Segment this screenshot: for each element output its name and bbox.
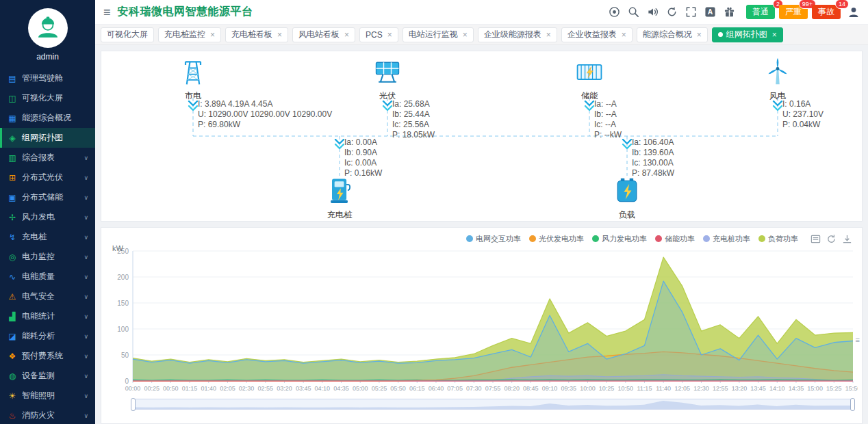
close-icon[interactable]: × [344, 31, 349, 39]
legend-item-6[interactable]: 负荷功率 [758, 234, 798, 244]
sidebar-item-3[interactable]: ▦能源综合概况 [0, 108, 95, 128]
legend-item-3[interactable]: 风力发电功率 [592, 234, 647, 244]
sidebar-item-7[interactable]: ▣分布式储能∨ [0, 187, 95, 207]
chart-panel: 电网交互功率光伏发电功率风力发电功率储能功率充电桩功率负荷功率 kW 05010… [101, 227, 863, 424]
close-icon[interactable]: × [277, 31, 282, 39]
tab-7[interactable]: 企业级能源报表× [478, 27, 557, 42]
legend-dot [655, 235, 662, 242]
node-charger[interactable]: 充电桩 [307, 176, 372, 221]
user-icon[interactable] [847, 6, 860, 18]
restore-icon[interactable] [826, 234, 837, 244]
sidebar-item-6[interactable]: ⊞分布式光伏∨ [0, 168, 95, 187]
node-data-charger: Ia: 0.00AIb: 0.90AIc: 0.00AP: 0.16kW [344, 137, 382, 178]
close-icon[interactable]: × [463, 31, 468, 39]
sidebar-item-18[interactable]: ♨消防火灾∨ [0, 406, 95, 424]
sidebar-item-9[interactable]: ↯充电桩∨ [0, 227, 95, 247]
sidebar-item-15[interactable]: ❖预付费系统∨ [0, 346, 95, 366]
legend-item-4[interactable]: 储能功率 [655, 234, 695, 244]
legend-dot [592, 235, 599, 242]
close-icon[interactable]: × [697, 31, 702, 39]
tab-label: 能源综合概况 [643, 29, 692, 40]
tab-10[interactable]: 组网拓扑图× [712, 27, 783, 42]
svg-text:06:40: 06:40 [429, 385, 444, 392]
sidebar-item-1[interactable]: ▤管理驾驶舱 [0, 68, 95, 88]
legend-label: 负荷功率 [768, 234, 798, 244]
legend-label: 风力发电功率 [602, 234, 647, 244]
search-icon[interactable] [627, 6, 639, 18]
svg-text:01:15: 01:15 [182, 385, 198, 392]
fullscreen-icon[interactable] [685, 6, 697, 18]
close-icon[interactable]: × [210, 31, 215, 39]
close-icon[interactable]: × [622, 31, 626, 39]
datazoom-slider[interactable] [133, 399, 853, 410]
collapse-menu-icon[interactable]: ≡ [103, 6, 111, 18]
sidebar-item-16[interactable]: ◍设备监测∨ [0, 366, 95, 386]
sidebar-item-11[interactable]: ∿电能质量∨ [0, 267, 95, 287]
tab-4[interactable]: 风电站看板× [292, 27, 355, 42]
sidebar-item-10[interactable]: ◎电力监控∨ [0, 247, 95, 267]
svg-text:09:10: 09:10 [542, 385, 558, 392]
menu-item-label: 智能照明 [22, 390, 55, 401]
menu-item-icon: ◎ [7, 252, 18, 262]
font-size-icon[interactable]: A [704, 6, 716, 18]
legend-item-2[interactable]: 光伏发电功率 [529, 234, 584, 244]
node-load[interactable]: 负载 [594, 176, 660, 221]
tab-2[interactable]: 充电桩监控× [158, 27, 221, 42]
gift-icon[interactable] [723, 6, 735, 18]
close-icon[interactable]: × [772, 31, 777, 39]
close-icon[interactable]: × [387, 31, 392, 39]
datazoom-handle-right[interactable] [850, 398, 855, 411]
node-grid[interactable]: 市电 [160, 57, 226, 102]
tab-9[interactable]: 能源综合概况× [637, 27, 708, 42]
sidebar-item-2[interactable]: ◫可视化大屏 [0, 88, 95, 108]
sidebar-item-14[interactable]: ◪能耗分析∨ [0, 326, 95, 346]
save-image-icon[interactable] [842, 234, 852, 244]
legend-item-5[interactable]: 充电桩功率 [703, 234, 750, 244]
avatar[interactable] [28, 8, 68, 48]
sidebar-item-8[interactable]: ✢风力发电∨ [0, 207, 95, 227]
tab-label: 企业级能源报表 [484, 29, 541, 40]
alarm-button-2[interactable]: 严重99+ [779, 5, 808, 19]
tab-label: 风电站看板 [298, 29, 340, 40]
tab-3[interactable]: 充电桩看板× [225, 27, 288, 42]
datazoom-handle-left[interactable] [131, 398, 136, 411]
tab-8[interactable]: 企业收益报表× [561, 27, 633, 42]
menu-item-label: 组网拓扑图 [22, 132, 63, 144]
refresh-icon[interactable] [665, 6, 678, 18]
sidebar-item-4[interactable]: ◈组网拓扑图 [0, 128, 95, 148]
legend-item-1[interactable]: 电网交互功率 [466, 234, 521, 244]
node-data-line: P: 0.16kW [344, 168, 382, 178]
chevron-down-icon: ∨ [84, 155, 88, 161]
sidebar-item-17[interactable]: ☀智能照明∨ [0, 386, 95, 406]
tab-6[interactable]: 电站运行监视× [403, 27, 474, 42]
svg-text:150: 150 [117, 300, 129, 307]
close-icon[interactable]: × [546, 31, 551, 39]
tab-5[interactable]: PCS× [359, 27, 398, 42]
more-icon[interactable]: ≡ [856, 336, 860, 344]
sidebar-item-12[interactable]: ⚠电气安全∨ [0, 287, 95, 306]
node-storage[interactable]: 储能 [557, 57, 622, 102]
menu-item-label: 管理驾驶舱 [22, 72, 63, 84]
svg-text:13:45: 13:45 [750, 385, 766, 392]
menu-item-label: 能耗分析 [22, 330, 55, 342]
wind-icon [745, 57, 810, 90]
data-view-icon[interactable] [810, 234, 821, 244]
node-wind[interactable]: 风电 [745, 57, 810, 102]
alarm-button-1[interactable]: 普通2 [746, 5, 775, 19]
sidebar-item-5[interactable]: ▥综合报表∨ [0, 148, 95, 168]
tab-1[interactable]: 可视化大屏 [101, 27, 154, 42]
alarm-button-3[interactable]: 事故14 [812, 5, 841, 19]
storage-icon [557, 57, 622, 90]
chevron-down-icon: ∨ [84, 313, 88, 320]
menu-item-label: 消防火灾 [22, 410, 55, 421]
node-data-wind: I: 0.16AU: 237.10VP: 0.04kW [782, 99, 824, 130]
target-icon[interactable] [608, 6, 620, 18]
username: admin [0, 52, 95, 62]
node-pv[interactable]: 光伏 [355, 57, 420, 102]
svg-text:100: 100 [117, 326, 129, 333]
sidebar-item-13[interactable]: ▟电能统计∨ [0, 306, 95, 326]
svg-text:15:50: 15:50 [845, 385, 858, 392]
menu-item-label: 分布式光伏 [22, 172, 63, 183]
volume-icon[interactable] [646, 6, 659, 18]
grid-icon [160, 57, 226, 90]
